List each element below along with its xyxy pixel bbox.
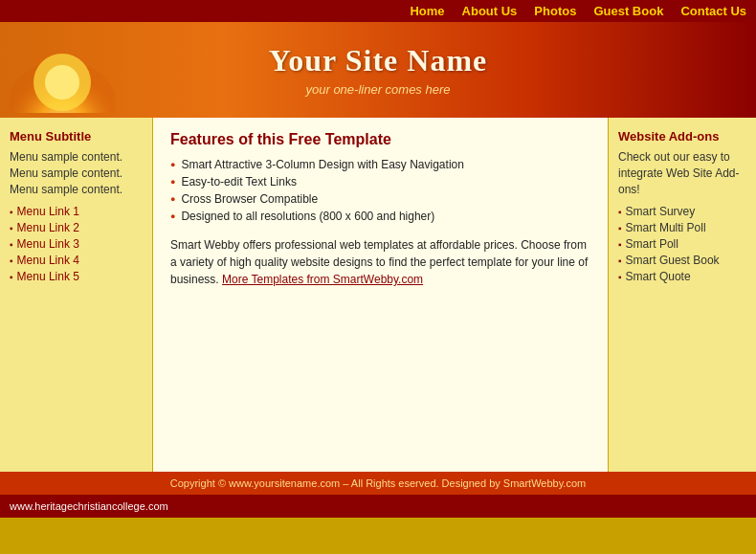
list-item: Cross Browser Compatible (170, 192, 590, 206)
list-item: Easy-to-edit Text Links (170, 175, 590, 188)
list-item: Smart Guest Book (618, 254, 746, 267)
footer: Copyright © www.yoursitename.com – All R… (0, 472, 756, 495)
site-title: Your Site Name (269, 43, 488, 78)
addons-title: Website Add-ons (618, 129, 746, 144)
nav-link-photos[interactable]: Photos (534, 4, 576, 18)
addons-description: Check out our easy to integrate Web Site… (618, 149, 746, 197)
content-title: Features of this Free Template (170, 131, 590, 148)
list-item: Smart Attractive 3-Column Design with Ea… (170, 158, 590, 171)
nav-link-about-us[interactable]: About Us (462, 4, 518, 18)
sidebar-menu-link[interactable]: Menu Link 5 (17, 270, 79, 283)
list-item: Smart Survey (618, 205, 746, 218)
sidebar-menu-link[interactable]: Menu Link 2 (17, 221, 79, 234)
addons-list: Smart SurveySmart Multi PollSmart PollSm… (618, 205, 746, 283)
right-sidebar: Website Add-ons Check out our easy to in… (608, 118, 756, 472)
nav-link-home[interactable]: Home (410, 4, 444, 18)
nav-link-guest-book[interactable]: Guest Book (593, 4, 663, 18)
sun-decoration-icon (10, 27, 115, 113)
more-templates-link[interactable]: More Templates from SmartWebby.com (222, 273, 423, 286)
list-item: Smart Quote (618, 270, 746, 283)
list-item: Menu Link 1 (10, 205, 143, 218)
main-content: Features of this Free Template Smart Att… (153, 118, 608, 472)
menu-subtitle: Menu Subtitle (10, 129, 143, 144)
footer-copyright: Copyright © www.yoursitename.com – All R… (170, 477, 586, 489)
main-wrapper: Menu Subtitle Menu sample content. Menu … (0, 118, 756, 472)
list-item: Menu Link 5 (10, 270, 143, 283)
nav-links: HomeAbout UsPhotosGuest BookContact Us (392, 4, 746, 18)
list-item: Smart Poll (618, 237, 746, 251)
feature-list: Smart Attractive 3-Column Design with Ea… (170, 158, 590, 223)
top-navigation: HomeAbout UsPhotosGuest BookContact Us (0, 0, 756, 22)
nav-link-contact-us[interactable]: Contact Us (680, 4, 746, 18)
bottom-url: www.heritagechristiancollege.com (10, 500, 168, 512)
content-body: Smart Webby offers professional web temp… (170, 236, 590, 288)
list-item: Menu Link 3 (10, 237, 143, 251)
sidebar-menu-link[interactable]: Menu Link 3 (17, 237, 79, 251)
sidebar-menu-link[interactable]: Menu Link 1 (17, 205, 79, 218)
menu-sample-text: Menu sample content. Menu sample content… (10, 149, 143, 197)
site-tagline: your one-liner comes here (305, 82, 450, 97)
bottom-bar: www.heritagechristiancollege.com (0, 495, 756, 518)
list-item: Designed to all resolutions (800 x 600 a… (170, 210, 590, 223)
site-header: Your Site Name your one-liner comes here (0, 22, 756, 118)
list-item: Smart Multi Poll (618, 221, 746, 234)
list-item: Menu Link 4 (10, 254, 143, 267)
svg-point-2 (45, 65, 79, 100)
sidebar-menu-link[interactable]: Menu Link 4 (17, 254, 79, 267)
list-item: Menu Link 2 (10, 221, 143, 234)
left-menu-links: Menu Link 1Menu Link 2Menu Link 3Menu Li… (10, 205, 143, 283)
left-sidebar: Menu Subtitle Menu sample content. Menu … (0, 118, 153, 472)
